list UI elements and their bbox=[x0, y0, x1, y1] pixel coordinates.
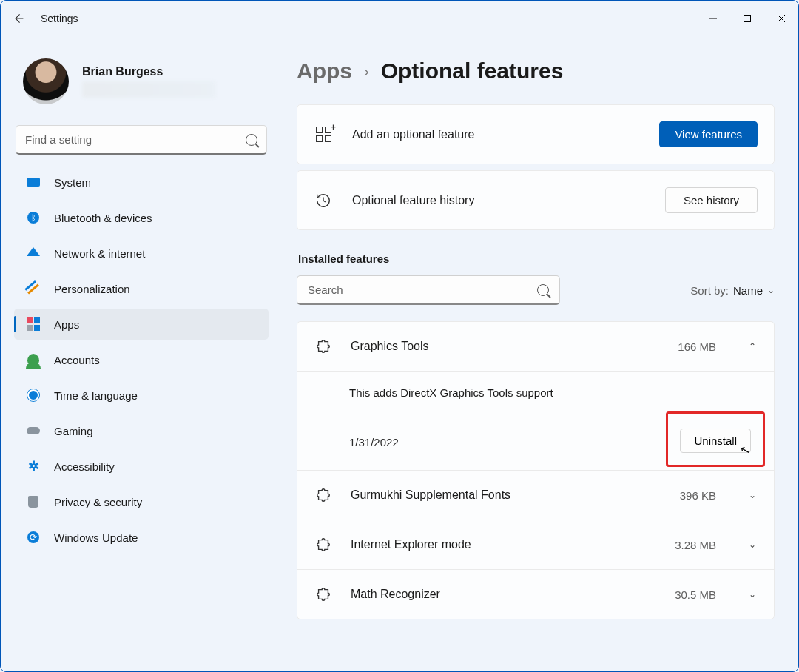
nav-network[interactable]: Network & internet bbox=[14, 238, 269, 269]
feature-size: 396 KB bbox=[680, 489, 716, 502]
nav: System ᛒ Bluetooth & devices Network & i… bbox=[13, 167, 270, 553]
see-history-button[interactable]: See history bbox=[665, 187, 758, 213]
profile[interactable]: Brian Burgess bbox=[13, 54, 270, 119]
puzzle-icon bbox=[315, 487, 331, 503]
nav-label: Time & language bbox=[54, 389, 138, 402]
feature-list: Graphics Tools 166 MB ⌃ This adds Direct… bbox=[297, 321, 775, 619]
feature-name: Graphics Tools bbox=[351, 340, 658, 353]
search-placeholder: Search bbox=[308, 283, 343, 296]
feature-item-gurmukhi-fonts: Gurmukhi Supplemental Fonts 396 KB ⌄ bbox=[297, 471, 774, 520]
chevron-down-icon: ⌄ bbox=[749, 490, 756, 500]
breadcrumb: Apps › Optional features bbox=[297, 58, 775, 84]
feature-header[interactable]: Graphics Tools 166 MB ⌃ bbox=[297, 322, 774, 371]
app-title: Settings bbox=[41, 13, 78, 24]
chevron-right-icon: › bbox=[364, 63, 369, 80]
history-icon bbox=[314, 191, 333, 210]
feature-header[interactable]: Gurmukhi Supplemental Fonts 396 KB ⌄ bbox=[297, 471, 774, 520]
nav-label: Gaming bbox=[54, 425, 93, 437]
add-feature-icon: + bbox=[314, 125, 333, 144]
nav-apps[interactable]: Apps bbox=[14, 309, 269, 340]
maximize-button[interactable] bbox=[730, 7, 764, 30]
search-icon bbox=[537, 284, 549, 296]
nav-accounts[interactable]: Accounts bbox=[14, 344, 269, 375]
main-content: Apps › Optional features + Add an option… bbox=[276, 36, 798, 671]
accessibility-icon: ✲ bbox=[26, 459, 41, 474]
nav-time-language[interactable]: Time & language bbox=[14, 380, 269, 411]
shield-icon bbox=[26, 494, 41, 509]
sidebar: Brian Burgess Find a setting System ᛒ Bl… bbox=[1, 36, 276, 671]
search-placeholder: Find a setting bbox=[25, 133, 92, 146]
profile-name: Brian Burgess bbox=[82, 65, 263, 78]
add-optional-feature-card: + Add an optional feature View features bbox=[297, 104, 775, 164]
nav-personalization[interactable]: Personalization bbox=[14, 273, 269, 304]
highlight-annotation: Uninstall ↖ bbox=[666, 411, 765, 467]
settings-search[interactable]: Find a setting bbox=[16, 125, 267, 155]
feature-footer: 1/31/2022 Uninstall ↖ bbox=[297, 414, 774, 470]
nav-label: Privacy & security bbox=[54, 496, 142, 508]
nav-windows-update[interactable]: ⟳ Windows Update bbox=[14, 522, 269, 553]
feature-size: 166 MB bbox=[678, 340, 716, 353]
nav-label: Apps bbox=[54, 318, 79, 331]
nav-label: Personalization bbox=[54, 283, 130, 295]
gamepad-icon bbox=[26, 423, 41, 438]
apps-icon bbox=[26, 317, 41, 332]
clock-globe-icon bbox=[26, 388, 41, 403]
minimize-button[interactable] bbox=[696, 7, 730, 30]
puzzle-icon bbox=[315, 537, 331, 553]
bluetooth-icon: ᛒ bbox=[26, 210, 41, 225]
nav-label: Bluetooth & devices bbox=[54, 212, 152, 224]
sort-by-dropdown[interactable]: Sort by: Name ⌄ bbox=[690, 284, 775, 297]
chevron-down-icon: ⌄ bbox=[767, 285, 775, 295]
feature-history-card: Optional feature history See history bbox=[297, 170, 775, 230]
feature-size: 3.28 MB bbox=[675, 539, 716, 551]
puzzle-icon bbox=[315, 586, 331, 602]
feature-name: Gurmukhi Supplemental Fonts bbox=[351, 488, 661, 502]
nav-bluetooth[interactable]: ᛒ Bluetooth & devices bbox=[14, 202, 269, 233]
nav-label: Network & internet bbox=[54, 247, 145, 260]
avatar bbox=[23, 58, 69, 104]
puzzle-icon bbox=[315, 338, 331, 355]
feature-size: 30.5 MB bbox=[675, 588, 716, 601]
card-label: Add an optional feature bbox=[352, 128, 640, 141]
nav-label: Windows Update bbox=[54, 531, 138, 544]
sort-value: Name bbox=[733, 284, 763, 297]
nav-label: Accessibility bbox=[54, 460, 115, 473]
feature-item-ie-mode: Internet Explorer mode 3.28 MB ⌄ bbox=[297, 520, 774, 570]
nav-privacy[interactable]: Privacy & security bbox=[14, 486, 269, 517]
feature-name: Internet Explorer mode bbox=[351, 538, 655, 551]
card-label: Optional feature history bbox=[352, 194, 646, 207]
account-icon bbox=[26, 352, 41, 367]
feature-header[interactable]: Internet Explorer mode 3.28 MB ⌄ bbox=[297, 520, 774, 569]
back-button[interactable] bbox=[10, 10, 27, 27]
view-features-button[interactable]: View features bbox=[659, 121, 758, 147]
breadcrumb-parent[interactable]: Apps bbox=[297, 58, 352, 84]
svg-rect-1 bbox=[744, 16, 751, 22]
feature-install-date: 1/31/2022 bbox=[349, 436, 399, 448]
sort-label: Sort by: bbox=[690, 284, 729, 297]
feature-item-graphics-tools: Graphics Tools 166 MB ⌃ This adds Direct… bbox=[297, 322, 774, 471]
chevron-down-icon: ⌄ bbox=[749, 540, 756, 550]
system-icon bbox=[26, 175, 41, 189]
search-icon bbox=[246, 134, 257, 146]
nav-label: Accounts bbox=[54, 354, 100, 366]
brush-icon bbox=[26, 281, 41, 296]
window-controls bbox=[696, 7, 798, 30]
nav-label: System bbox=[54, 176, 91, 189]
profile-email-blurred bbox=[82, 81, 215, 98]
feature-description: This adds DirectX Graphics Tools support bbox=[297, 371, 774, 414]
breadcrumb-current: Optional features bbox=[381, 58, 564, 84]
update-icon: ⟳ bbox=[26, 530, 41, 545]
feature-name: Math Recognizer bbox=[351, 588, 655, 601]
chevron-down-icon: ⌄ bbox=[749, 589, 756, 599]
titlebar: Settings bbox=[1, 1, 798, 36]
chevron-up-icon: ⌃ bbox=[749, 341, 756, 352]
close-button[interactable] bbox=[764, 7, 798, 30]
feature-item-math-recognizer: Math Recognizer 30.5 MB ⌄ bbox=[297, 570, 774, 619]
nav-accessibility[interactable]: ✲ Accessibility bbox=[14, 451, 269, 482]
installed-features-title: Installed features bbox=[298, 252, 775, 265]
nav-system[interactable]: System bbox=[14, 167, 269, 198]
installed-search[interactable]: Search bbox=[297, 275, 560, 305]
feature-header[interactable]: Math Recognizer 30.5 MB ⌄ bbox=[297, 570, 774, 619]
nav-gaming[interactable]: Gaming bbox=[14, 415, 269, 446]
wifi-icon bbox=[26, 246, 41, 261]
